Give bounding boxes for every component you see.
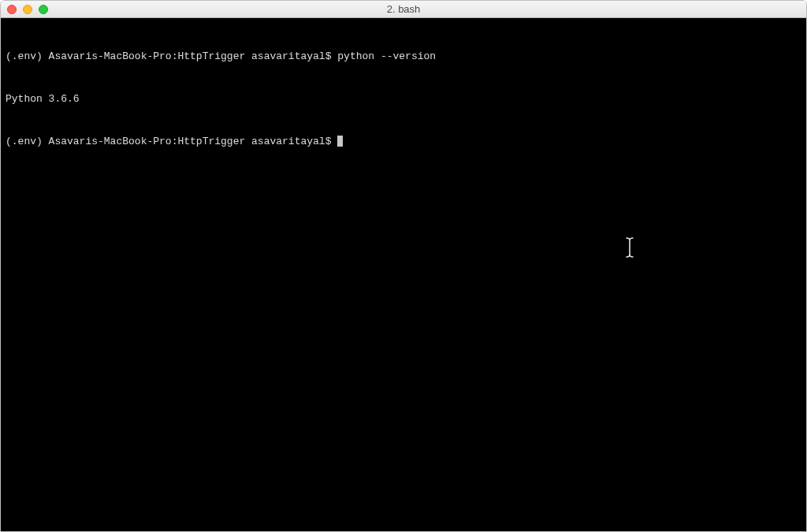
command-text: python --version [337, 50, 436, 62]
terminal-window: 2. bash (.env) Asavaris-MacBook-Pro:Http… [0, 0, 807, 532]
titlebar[interactable]: 2. bash [1, 1, 806, 18]
traffic-lights [1, 5, 48, 14]
window-title: 2. bash [1, 3, 806, 15]
block-cursor-icon [337, 136, 343, 147]
prompt-text: (.env) Asavaris-MacBook-Pro:HttpTrigger … [6, 136, 337, 147]
output-text: Python 3.6.6 [6, 93, 80, 105]
terminal-line: Python 3.6.6 [6, 92, 801, 106]
close-icon[interactable] [7, 5, 17, 14]
terminal-line: (.env) Asavaris-MacBook-Pro:HttpTrigger … [6, 50, 801, 64]
terminal-line: (.env) Asavaris-MacBook-Pro:HttpTrigger … [6, 135, 801, 149]
terminal-body[interactable]: (.env) Asavaris-MacBook-Pro:HttpTrigger … [1, 18, 806, 531]
maximize-icon[interactable] [39, 5, 48, 14]
ibeam-cursor-icon [588, 223, 597, 244]
minimize-icon[interactable] [23, 5, 32, 14]
prompt-text: (.env) Asavaris-MacBook-Pro:HttpTrigger … [6, 50, 337, 62]
